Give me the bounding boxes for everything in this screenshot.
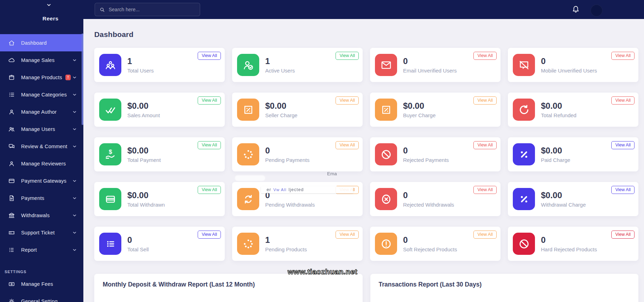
sidebar-item-manage-fees[interactable]: Manage Fees: [0, 275, 83, 292]
bank-icon: [8, 212, 15, 219]
stat-card-pending-products: 1Pending ProductsView All: [232, 227, 363, 261]
sidebar-item-label: Manage Users: [21, 126, 55, 132]
view-all-button-active-users[interactable]: View All: [336, 52, 359, 60]
ticket-icon: [8, 229, 15, 236]
sidebar-item-manage-users[interactable]: Manage Users: [0, 120, 83, 138]
view-all-button-email-unverified-users[interactable]: View All: [473, 52, 497, 60]
stat-card-body: 1Total Users: [127, 56, 154, 74]
notification-bell-icon[interactable]: [572, 4, 581, 14]
view-all-button-total-sell[interactable]: View All: [198, 231, 221, 239]
view-all-button-soft-rejected-products[interactable]: View All: [473, 231, 497, 239]
sidebar-scrollbar-thumb[interactable]: [82, 33, 83, 125]
stat-value: $0.00: [127, 190, 165, 200]
stat-card-withdrawal-charge: $0.00Withdrawal ChargeView All: [508, 182, 638, 216]
stat-card-body: $0.00Paid Charge: [541, 146, 570, 163]
sidebar-item-manage-author[interactable]: Manage Author: [0, 103, 83, 120]
search-input[interactable]: [109, 7, 196, 12]
stat-value: $0.00: [541, 101, 576, 111]
stat-label: Total Payment: [127, 157, 161, 163]
stat-card-body: 0Mobile Unverified Users: [541, 56, 597, 74]
search-icon: [99, 7, 105, 13]
stat-card-active-users: 1Active UsersView All: [232, 48, 363, 82]
sidebar-item-dashboard[interactable]: Dashboard: [0, 34, 83, 51]
stat-card-body: $0.00Buyer Charge: [403, 101, 436, 118]
stat-card-body: 0Pending Withdrawals: [265, 190, 315, 208]
sidebar-item-report[interactable]: Report: [0, 241, 83, 258]
view-all-button-sales-amount[interactable]: View All: [198, 96, 221, 105]
chevron-down-icon: [72, 75, 77, 81]
chevron-down-icon: [72, 58, 77, 64]
stat-label: Pending Withdrawals: [265, 202, 315, 208]
stat-label: Hard Rejected Products: [541, 246, 597, 252]
chat-icon: [8, 143, 15, 150]
view-all-button-rejected-payments[interactable]: View All: [473, 141, 497, 149]
view-all-button-pending-withdrawals[interactable]: View All: [336, 186, 359, 194]
stat-card-body: $0.00Withdrawal Charge: [541, 190, 586, 208]
view-all-button-hard-rejected-products[interactable]: View All: [611, 231, 635, 239]
view-all-button-seller-charge[interactable]: View All: [336, 96, 359, 105]
stat-value: $0.00: [265, 101, 298, 111]
stat-value: 0: [127, 235, 149, 245]
chevron-down-icon: [72, 109, 77, 116]
sidebar-item-label: Dashboard: [21, 40, 47, 46]
stat-value: $0.00: [541, 190, 586, 200]
stat-card-total-sell: 0Total SellView All: [94, 227, 225, 261]
alert-badge: !: [65, 75, 71, 80]
sidebar-item-payments[interactable]: Payments: [0, 189, 83, 207]
user-avatar[interactable]: [591, 5, 602, 17]
sidebar-item-manage-sales[interactable]: Manage Sales: [0, 51, 83, 69]
sidebar-item-manage-products[interactable]: Manage Products!: [0, 69, 83, 86]
stat-card-body: 0Total Sell: [127, 235, 149, 252]
view-all-button-pending-payments[interactable]: View All: [336, 141, 359, 149]
sidebar-item-general-setting[interactable]: General Setting: [0, 292, 83, 302]
chat-slash-icon: [513, 54, 535, 76]
view-all-button-rejected-withdrawals[interactable]: View All: [473, 186, 497, 194]
list-box-icon: [99, 233, 121, 255]
monthly-report-panel: Monthly Deposit & Withdraw Report (Last …: [94, 274, 363, 302]
stat-label: Email Unverified Users: [403, 68, 457, 74]
view-all-button-mobile-unverified-users[interactable]: View All: [611, 52, 635, 60]
stat-card-body: 0Rejected Payments: [403, 146, 449, 163]
search-box: [95, 3, 200, 16]
stat-card-seller-charge: $0.00Seller ChargeView All: [232, 93, 363, 127]
spinner-dots-icon: [237, 233, 259, 255]
chevron-down-icon: [72, 127, 77, 133]
stat-card-paid-charge: $0.00Paid ChargeView All: [508, 137, 638, 171]
watermark-text: www.tiaozhuan.net: [288, 268, 357, 276]
view-all-button-paid-charge[interactable]: View All: [611, 141, 635, 149]
view-all-button-total-refunded[interactable]: View All: [611, 96, 635, 105]
view-all-button-total-payment[interactable]: View All: [198, 141, 221, 149]
stat-value: 0: [265, 146, 310, 156]
view-all-button-withdrawal-charge[interactable]: View All: [611, 186, 635, 194]
sidebar-nav: DashboardManage SalesManage Products!Man…: [0, 33, 83, 302]
sidebar-item-payment-gateways[interactable]: Payment Gateways: [0, 172, 83, 189]
stat-card-total-refunded: $0.00Total RefundedView All: [508, 93, 638, 127]
sidebar-item-manage-reviewers[interactable]: Manage Reviewers: [0, 155, 83, 172]
user-check-icon: [237, 54, 259, 76]
view-all-button-buyer-charge[interactable]: View All: [473, 96, 497, 105]
sidebar-item-label: Manage Sales: [21, 57, 55, 63]
sidebar-item-review-comment[interactable]: Review & Comment: [0, 138, 83, 155]
sidebar-item-label: Payments: [21, 195, 44, 201]
report-panels: Monthly Deposit & Withdraw Report (Last …: [94, 274, 638, 302]
warning-circle-icon: [375, 233, 397, 255]
stat-card-body: $0.00Total Payment: [127, 146, 161, 163]
stat-label: Total Users: [127, 68, 154, 74]
sidebar-item-support-ticket[interactable]: Support Ticket: [0, 224, 83, 241]
stat-label: Active Users: [265, 68, 295, 74]
stat-card-body: $0.00Sales Amount: [127, 101, 160, 118]
stat-card-body: 0Pending Payments: [265, 146, 310, 163]
brand-chevron-down-icon[interactable]: [46, 2, 52, 9]
stat-card-pending-withdrawals: 0Pending WithdrawalsView All: [232, 182, 363, 216]
user-icon: [8, 108, 15, 115]
view-all-button-total-withdrawn[interactable]: View All: [198, 186, 221, 194]
sidebar-item-withdrawals[interactable]: Withdrawals: [0, 207, 83, 224]
stat-card-body: 0Email Unverified Users: [403, 56, 457, 74]
view-all-button-pending-products[interactable]: View All: [336, 231, 359, 239]
sidebar-item-manage-categories[interactable]: Manage Categories: [0, 86, 83, 103]
stat-value: 0: [403, 146, 449, 156]
sidebar-item-label: Manage Categories: [21, 92, 67, 97]
percent-box-icon: [375, 99, 397, 121]
wallet-icon: [99, 188, 121, 210]
view-all-button-total-users[interactable]: View All: [198, 52, 221, 60]
